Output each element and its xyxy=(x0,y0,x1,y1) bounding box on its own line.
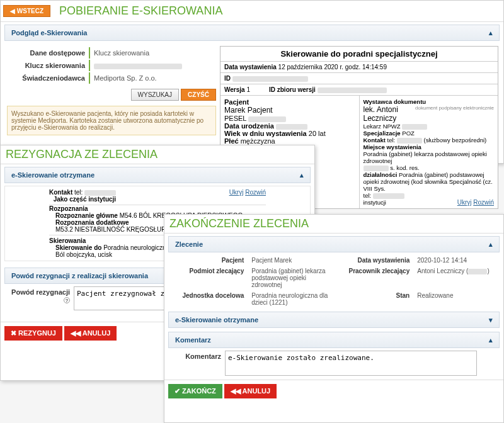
page-title-rez: REZYGNACJA ZE ZLECENIA xyxy=(1,145,314,164)
info-box: Wyszukano e-Skierowanie pacjenta, który … xyxy=(7,106,216,135)
issuer-block: Wystawca dokumentu dokument podpisany el… xyxy=(360,96,498,208)
page-title-zak: ZAKOŃCZENIE ZLECENIA xyxy=(164,215,503,234)
comment-label: Komentarz xyxy=(168,351,225,362)
clear-button[interactable]: CZYŚĆ xyxy=(181,89,216,101)
val-dane: Klucz skierowania xyxy=(89,47,153,59)
label-dane: Dane dostępowe xyxy=(7,47,89,59)
val-klucz xyxy=(89,60,186,71)
comment-textarea[interactable] xyxy=(225,351,477,376)
cancel-button-rez[interactable]: ◀◀ ANULUJ xyxy=(64,326,117,341)
expand-link[interactable]: Rozwiń xyxy=(473,199,494,206)
hide-link-2[interactable]: Ukryj xyxy=(229,189,244,196)
val-swiad: Mediporta Sp. Z o.o. xyxy=(89,72,161,84)
skier-title: Skierowanie do poradni specjalistycznej xyxy=(220,47,498,62)
chevron-up-icon: ▴ xyxy=(300,171,304,179)
hide-link[interactable]: Ukryj xyxy=(457,199,472,206)
chevron-up-icon: ▴ xyxy=(489,336,493,344)
zak-comment-header[interactable]: Komentarz▴ xyxy=(168,332,500,348)
chevron-up-icon: ▴ xyxy=(489,29,493,37)
chevron-up-icon: ▴ xyxy=(489,240,493,249)
zak-received-header[interactable]: e-Skierowanie otrzymane▾ xyxy=(168,312,500,328)
resign-button[interactable]: ✖ REZYGNUJ xyxy=(4,326,62,341)
zlecenie-header[interactable]: Zlecenie▴ xyxy=(168,236,500,252)
chevron-down-icon: ▾ xyxy=(489,316,493,324)
preview-header[interactable]: Podgląd e-Skierowania ▴ xyxy=(4,25,500,41)
back-button[interactable]: ◀ WSTECZ xyxy=(3,5,50,17)
page-title-top: POBIERANIE E-SKIEROWANIA xyxy=(54,2,227,20)
reason-label: Powód rezygnacji ? xyxy=(4,286,74,305)
rez-received-header[interactable]: e-Skierowanie otrzymane▴ xyxy=(4,167,311,183)
label-swiad: Świadczeniodawca xyxy=(7,72,89,84)
label-klucz: Klucz skierowania xyxy=(7,60,89,71)
cancel-button-zak[interactable]: ◀◀ ANULUJ xyxy=(224,384,277,398)
diagnoses-label: Rozpoznania xyxy=(49,205,88,212)
expand-link-2[interactable]: Rozwiń xyxy=(245,189,266,196)
search-button[interactable]: WYSZUKAJ xyxy=(131,89,179,101)
finish-button[interactable]: ✔ ZAKOŃCZ xyxy=(168,384,222,398)
